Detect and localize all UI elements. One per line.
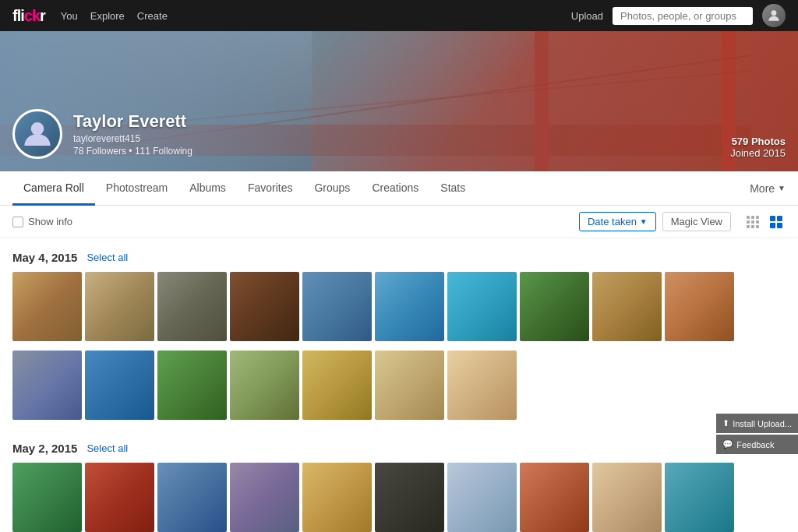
more-tabs-button[interactable]: More ▼ xyxy=(750,182,786,195)
view-toggle xyxy=(743,213,786,231)
show-info-checkbox[interactable]: Show info xyxy=(12,216,72,227)
date-label: May 4, 2015 xyxy=(12,251,77,264)
nav-right: Upload xyxy=(571,4,786,27)
checkbox[interactable] xyxy=(12,217,23,227)
tab-stats[interactable]: Stats xyxy=(429,171,476,206)
tab-creations[interactable]: Creations xyxy=(361,171,429,206)
toolbar-right: Date taken ▼ Magic View xyxy=(579,212,786,231)
photo-row xyxy=(12,463,786,532)
profile-username: tayloreverett415 xyxy=(73,133,192,144)
photo-thumbnail[interactable] xyxy=(302,351,372,420)
select-all-link[interactable]: Select all xyxy=(87,442,128,454)
flickr-logo[interactable]: flickr xyxy=(12,7,45,25)
tabs-bar: Camera Roll Photostream Albums Favorites… xyxy=(0,171,798,206)
top-navigation: flickr You Explore Create Upload xyxy=(0,0,798,31)
photo-thumbnail[interactable] xyxy=(592,272,662,341)
photo-thumbnail[interactable] xyxy=(12,463,82,532)
photo-thumbnail[interactable] xyxy=(157,351,227,420)
photo-thumbnail[interactable] xyxy=(520,272,589,341)
photo-thumbnail[interactable] xyxy=(375,463,444,532)
profile-meta: 579 Photos Joined 2015 xyxy=(730,136,786,159)
photo-thumbnail[interactable] xyxy=(157,272,227,341)
photo-thumbnail[interactable] xyxy=(85,351,154,420)
photo-row xyxy=(12,272,786,341)
photo-thumbnail[interactable] xyxy=(230,351,299,420)
search-input[interactable] xyxy=(613,7,753,25)
tab-photostream[interactable]: Photostream xyxy=(95,171,178,206)
tab-groups[interactable]: Groups xyxy=(303,171,361,206)
photo-thumbnail[interactable] xyxy=(157,463,227,532)
toolbar: Show info Date taken ▼ Magic View xyxy=(0,206,798,238)
photo-thumbnail[interactable] xyxy=(12,351,82,420)
date-group-header: May 2, 2015Select all xyxy=(12,442,786,455)
feedback-button[interactable]: 💬 Feedback xyxy=(716,435,798,454)
upload-icon: ⬆ xyxy=(722,418,729,428)
grid-small-view[interactable] xyxy=(743,213,762,231)
photo-thumbnail[interactable] xyxy=(230,463,299,532)
profile-follow-stats: 78 Followers • 111 Following xyxy=(73,146,192,157)
photo-thumbnail[interactable] xyxy=(12,272,82,341)
feedback-label: Feedback xyxy=(736,440,774,449)
date-group: May 4, 2015Select all xyxy=(12,238,786,420)
photo-thumbnail[interactable] xyxy=(85,463,154,532)
profile-info-text: Taylor Everett tayloreverett415 78 Follo… xyxy=(73,111,192,157)
install-upload-button[interactable]: ⬆ Install Upload... xyxy=(716,414,798,433)
profile-name: Taylor Everett xyxy=(73,111,192,132)
chevron-down-icon: ▼ xyxy=(640,217,648,226)
profile-avatar xyxy=(12,109,62,159)
nav-links: You Explore Create xyxy=(61,10,168,22)
upload-button[interactable]: Upload xyxy=(571,10,603,22)
photo-thumbnail[interactable] xyxy=(665,463,734,532)
profile-joined: Joined 2015 xyxy=(730,147,786,159)
date-label: May 2, 2015 xyxy=(12,442,77,455)
date-group-header: May 4, 2015Select all xyxy=(12,251,786,264)
show-info-label: Show info xyxy=(28,216,72,227)
photo-thumbnail[interactable] xyxy=(447,272,517,341)
tab-albums[interactable]: Albums xyxy=(178,171,237,206)
grid-large-view[interactable] xyxy=(767,213,786,231)
date-taken-button[interactable]: Date taken ▼ xyxy=(579,212,656,231)
tab-camera-roll[interactable]: Camera Roll xyxy=(12,171,95,206)
profile-banner: Taylor Everett tayloreverett415 78 Follo… xyxy=(0,31,798,171)
side-actions: ⬆ Install Upload... 💬 Feedback xyxy=(716,414,798,454)
photo-thumbnail[interactable] xyxy=(665,272,734,341)
photo-thumbnail[interactable] xyxy=(302,272,372,341)
nav-create[interactable]: Create xyxy=(137,10,168,22)
nav-you[interactable]: You xyxy=(61,10,78,22)
photo-thumbnail[interactable] xyxy=(302,463,372,532)
nav-explore[interactable]: Explore xyxy=(90,10,125,22)
tab-favorites[interactable]: Favorites xyxy=(237,171,304,206)
select-all-link[interactable]: Select all xyxy=(87,252,128,263)
photo-thumbnail[interactable] xyxy=(230,272,299,341)
profile-photos-count: 579 Photos xyxy=(730,136,786,147)
user-avatar[interactable] xyxy=(762,4,786,27)
date-group: May 2, 2015Select all xyxy=(12,429,786,532)
photo-thumbnail[interactable] xyxy=(85,272,154,341)
photo-thumbnail[interactable] xyxy=(592,463,662,532)
feedback-icon: 💬 xyxy=(722,439,733,449)
chevron-down-icon: ▼ xyxy=(778,184,786,192)
install-upload-label: Install Upload... xyxy=(733,419,792,428)
photo-row xyxy=(12,351,786,420)
photo-thumbnail[interactable] xyxy=(375,272,444,341)
magic-view-button[interactable]: Magic View xyxy=(662,212,731,231)
svg-point-1 xyxy=(31,122,44,136)
photo-thumbnail[interactable] xyxy=(447,351,517,420)
photo-thumbnail[interactable] xyxy=(447,463,517,532)
svg-point-0 xyxy=(772,10,777,16)
photo-thumbnail[interactable] xyxy=(375,351,444,420)
photo-content: May 4, 2015Select allMay 2, 2015Select a… xyxy=(0,238,798,532)
photo-thumbnail[interactable] xyxy=(520,463,589,532)
